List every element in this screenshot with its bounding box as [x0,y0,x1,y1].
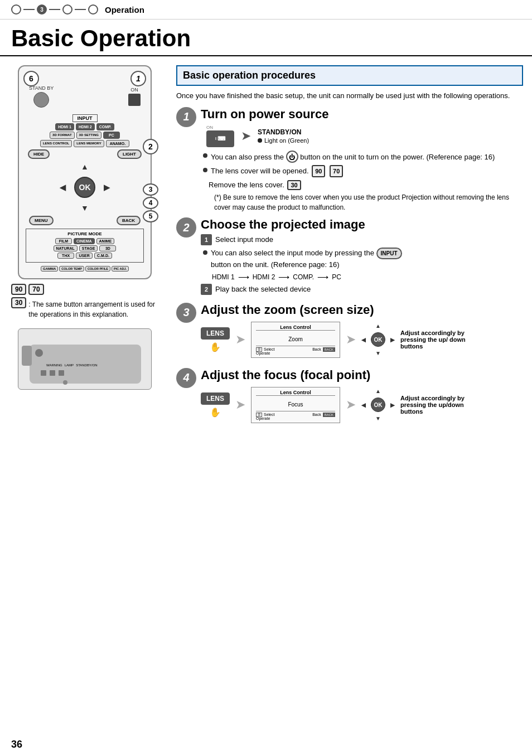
natural-button[interactable]: NATURAL [54,245,78,251]
step-circles: 3 [11,4,98,14]
power-on-area: ON I ⌨ ➤ STANDBY/ON Light on (Green) [206,125,523,147]
step1-arrow: ➤ [241,129,251,143]
format3d-button[interactable]: 3D FORMAT [50,132,75,139]
hide-button[interactable]: HIDE [28,149,50,159]
ok-button[interactable]: OK [74,177,95,198]
step3-ok-button[interactable]: OK [371,332,385,347]
label-4: 4 [143,197,158,209]
left-column: 6 1 2 3 4 5 STAND BY ON INP [0,56,167,433]
on-button-img: I ⌨ [206,130,234,147]
film-button[interactable]: FILM [55,238,72,244]
left-arrow[interactable]: ◀ [60,183,66,192]
step3-lens-btn[interactable]: LENS [201,327,230,340]
hdmi2-button[interactable]: HDMI 2 [76,123,95,130]
bullet1-text: You can also press the ⏻ button on the u… [211,151,495,163]
step2-num: 2 [176,217,196,238]
procedures-box: Basic operation procedures [176,65,523,86]
step4-diagram-box: Lens Control Focus ☰ Select Operate Back [251,387,340,423]
step4-adjust-label: Adjust accordingly by pressing the up/do… [400,395,467,415]
badge-90: 90 [11,284,26,295]
step3-left-arrow[interactable]: ◀ [361,337,366,343]
badge-70-inline: 70 [330,165,343,178]
label-6: 6 [23,71,39,86]
badge-70: 70 [28,284,43,295]
step4-lens-diagram: LENS ✋ ➤ Lens Control Focus ☰ Select Op [201,387,523,423]
step4-ok-button[interactable]: OK [371,398,385,412]
step2-content: Choose the projected image 1 Select inpu… [201,217,523,297]
power-badge: ⏻ [286,151,298,163]
label-3: 3 [143,183,158,196]
hdmi1-button[interactable]: HDMI 1 [55,123,74,130]
label-2: 2 [143,139,158,154]
color-temp-button[interactable]: COLOR TEMP [59,266,84,272]
hide-light-row: HIDE LIGHT [23,148,146,160]
stage-button[interactable]: STAGE [79,245,98,251]
picture-mode-section: PICTURE MODE FILM CINEMA ANIME NATURAL S… [26,229,144,263]
anime-button[interactable]: ANIME [96,238,115,244]
step1-heading: Turn on power source [201,107,523,122]
step2-sub2-label: Play back the selected device [215,284,311,295]
step-line-1 [23,9,35,10]
thx-button[interactable]: THX [57,253,74,259]
back-button[interactable]: BACK [117,216,141,225]
step3-right-arrow[interactable]: ▶ [390,337,395,343]
on-button[interactable] [128,94,141,106]
gamma-button[interactable]: GAMMA [41,266,58,272]
step2-bullet-text: You can also select the input mode by pr… [211,248,402,270]
step-line-2 [49,9,60,10]
remote-top-row: STAND BY ON [23,83,146,110]
on-label: ON [130,87,138,93]
pm-row-1: FILM CINEMA ANIME [28,238,141,244]
label-345: 3 4 5 [143,183,158,222]
step3-arrow: ➤ [235,332,245,347]
input-badge: INPUT [376,248,402,259]
bullet2-text: The lens cover will be opened. 90 70 [211,165,344,178]
ok-cluster: ▲ ▼ ◀ ▶ OK [60,162,110,212]
lens-memory-button[interactable]: LENS MEMORY [74,140,104,147]
light-green-row: Light on (Green) [258,137,309,144]
remote-control: 6 1 2 3 4 5 STAND BY ON INP [18,65,152,279]
up-arrow[interactable]: ▲ [81,162,89,171]
badge-30-inline: 30 [287,180,301,190]
right-arrow[interactable]: ▶ [104,183,110,192]
3d-button[interactable]: 3D [99,245,116,251]
input-label: INPUT [72,114,98,122]
proj-light [35,349,43,357]
step4-block: 4 Adjust the focus (focal point) LENS ✋ … [176,368,523,428]
user-button[interactable]: USER [76,253,93,259]
step4-down-arrow[interactable]: ▼ [375,415,381,421]
down-arrow[interactable]: ▼ [81,203,89,212]
standby-button[interactable] [33,92,49,108]
procedures-title: Basic operation procedures [183,70,316,81]
picture-mode-title: PICTURE MODE [28,231,141,236]
page-number: 36 [11,739,22,750]
cmd-button[interactable]: C.M.D. [94,253,112,259]
step3-diagram-title: Lens Control [256,324,335,331]
pc-button[interactable]: PC [103,132,120,139]
step3-down-arrow[interactable]: ▼ [375,350,381,356]
pc-flow: PC [332,273,341,281]
anamo-button[interactable]: ANAMO. [106,140,129,147]
step1-bullet2: The lens cover will be opened. 90 70 [203,165,523,178]
cinema-button[interactable]: CINEMA [74,238,95,244]
step4-ok-cluster: ▲ ▼ ◀ ▶ OK [361,388,395,421]
standby-on-info: STANDBY/ON Light on (Green) [258,128,309,144]
note-text: : The same button arrangement is used fo… [28,299,158,319]
warning-label: WARNING [46,364,62,367]
step4-left-arrow[interactable]: ◀ [361,402,366,408]
step4-lens-btn[interactable]: LENS [201,392,230,405]
setting3d-button[interactable]: 3D SETTING [76,132,101,139]
badge-row-90-70: 90 70 [11,284,158,295]
right-column: Basic operation procedures Once you have… [167,56,532,433]
step4-up-arrow[interactable]: ▲ [375,388,381,394]
step3-ok-cluster: ▲ ▼ ◀ ▶ OK [361,323,395,356]
pic-adj-button[interactable]: PIC ADJ. [112,266,129,272]
step3-up-arrow[interactable]: ▲ [375,323,381,329]
menu-button[interactable]: MENU [29,216,54,225]
step3-diagram-box: Lens Control Zoom ☰ Select Operate Back [251,322,340,358]
comp-button[interactable]: COMP. [96,123,114,130]
color-pfile-button[interactable]: COLOR PFILE [85,266,110,272]
light-button[interactable]: LIGHT [117,149,142,159]
lens-control-button[interactable]: LENS CONTROL [40,140,72,147]
step4-right-arrow[interactable]: ▶ [390,402,395,408]
